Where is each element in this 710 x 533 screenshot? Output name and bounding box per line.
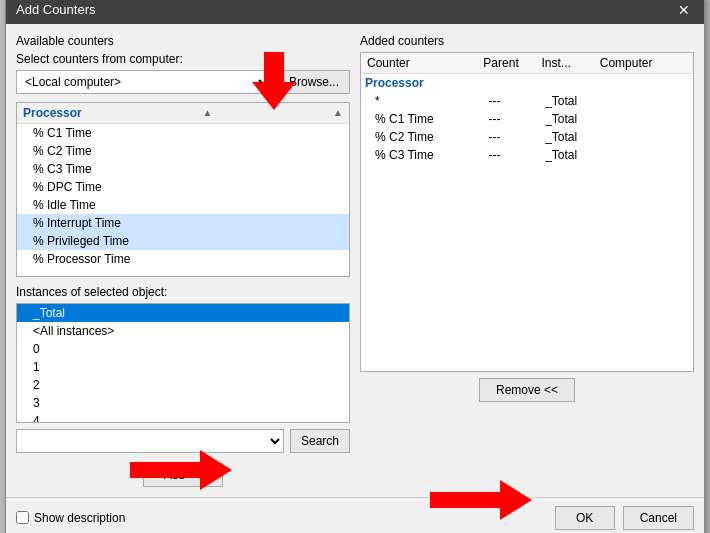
added-counters-table: Counter Parent Inst... Computer Processo… (360, 52, 694, 372)
header-instance: Inst... (542, 56, 600, 70)
search-input[interactable] (16, 429, 284, 453)
group-computer (599, 76, 687, 90)
footer-row: Show description OK Cancel (6, 497, 704, 534)
show-description-checkbox[interactable] (16, 511, 29, 524)
header-computer: Computer (600, 56, 687, 70)
dialog-title: Add Counters (16, 2, 96, 17)
search-button[interactable]: Search (290, 429, 350, 453)
cancel-button[interactable]: Cancel (623, 506, 694, 530)
instance-0[interactable]: 0 (17, 340, 349, 358)
header-parent: Parent (483, 56, 541, 70)
table-row-c3[interactable]: % C3 Time --- _Total (361, 146, 693, 164)
instance-2[interactable]: 2 (17, 376, 349, 394)
available-counters-label: Available counters (16, 34, 350, 48)
counters-list-header: Processor ▲ ▲ (17, 103, 349, 124)
show-description-label: Show description (34, 511, 125, 525)
remove-button[interactable]: Remove << (479, 378, 575, 402)
table-row-c2[interactable]: % C2 Time --- _Total (361, 128, 693, 146)
group-instance (541, 76, 600, 90)
group-counter: Processor (365, 76, 482, 90)
ok-cancel-row: OK Cancel (555, 506, 694, 530)
instance-3[interactable]: 3 (17, 394, 349, 412)
left-panel: Available counters Select counters from … (16, 34, 350, 487)
computer-row: <Local computer> Browse... (16, 70, 350, 94)
counters-scroll-btn[interactable]: ▲ (333, 107, 343, 118)
counter-group-label: Processor (23, 106, 82, 120)
remove-row: Remove << (360, 378, 694, 402)
instance-total[interactable]: _Total (17, 304, 349, 322)
add-row: Add >> (16, 463, 350, 487)
list-item-privileged[interactable]: % Privileged Time (17, 232, 349, 250)
titlebar: Add Counters ✕ (6, 0, 704, 24)
ok-button[interactable]: OK (555, 506, 615, 530)
browse-button[interactable]: Browse... (278, 70, 350, 94)
table-row-star[interactable]: * --- _Total (361, 92, 693, 110)
header-counter: Counter (367, 56, 483, 70)
instances-listbox[interactable]: _Total <All instances> 0 1 2 3 4 5 (16, 303, 350, 423)
list-item-c3[interactable]: % C3 Time (17, 160, 349, 178)
close-button[interactable]: ✕ (674, 2, 694, 18)
list-item-c2[interactable]: % C2 Time (17, 142, 349, 160)
instance-4[interactable]: 4 (17, 412, 349, 423)
table-row-c1[interactable]: % C1 Time --- _Total (361, 110, 693, 128)
right-panel: Added counters Counter Parent Inst... Co… (360, 34, 694, 487)
add-counters-dialog: Add Counters ✕ Available counters Select… (5, 0, 705, 533)
list-item-interrupt[interactable]: % Interrupt Time (17, 214, 349, 232)
instance-1[interactable]: 1 (17, 358, 349, 376)
add-button[interactable]: Add >> (143, 463, 224, 487)
counters-collapse-btn[interactable]: ▲ (202, 107, 212, 118)
list-item-c1[interactable]: % C1 Time (17, 124, 349, 142)
table-header: Counter Parent Inst... Computer (361, 53, 693, 74)
counters-listbox[interactable]: Processor ▲ ▲ % C1 Time % C2 Time % C3 T… (16, 102, 350, 277)
instances-label: Instances of selected object: (16, 285, 350, 299)
group-parent (482, 76, 541, 90)
list-item-dpc[interactable]: % DPC Time (17, 178, 349, 196)
added-counters-label: Added counters (360, 34, 694, 48)
show-description-row: Show description (16, 511, 125, 525)
computer-select[interactable]: <Local computer> (16, 70, 272, 94)
list-item-processor[interactable]: % Processor Time (17, 250, 349, 268)
computer-select-label: Select counters from computer: (16, 52, 350, 66)
table-group-processor: Processor (361, 74, 693, 92)
dialog-body: Available counters Select counters from … (6, 24, 704, 497)
list-item-idle[interactable]: % Idle Time (17, 196, 349, 214)
instance-all[interactable]: <All instances> (17, 322, 349, 340)
search-row: Search (16, 429, 350, 453)
